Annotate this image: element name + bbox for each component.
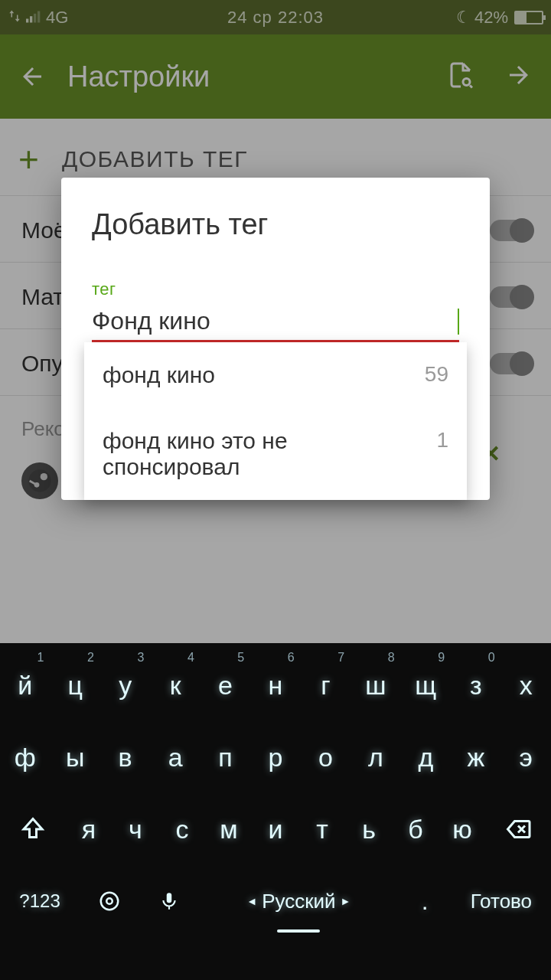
keyboard-row: фывапролджэ [0, 721, 551, 793]
keyboard-row: й1ц2у3к4е5н6г7ш8щ9з0х [0, 649, 551, 721]
key-ь[interactable]: ь [346, 793, 393, 865]
spacebar-key[interactable]: ◄ Русский ► [199, 865, 398, 937]
steam-icon [21, 462, 58, 499]
key-л[interactable]: л [350, 721, 400, 793]
key-р[interactable]: р [250, 721, 300, 793]
key-ы[interactable]: ы [50, 721, 99, 793]
tag-label: Опу [21, 351, 64, 377]
svg-point-8 [101, 893, 119, 910]
svg-point-6 [41, 473, 47, 480]
key-в[interactable]: в [100, 721, 150, 793]
done-key[interactable]: Готово [452, 865, 551, 937]
tag-label: Моё [21, 217, 67, 243]
key-ш[interactable]: ш8 [350, 649, 400, 721]
plus-icon: + [18, 142, 39, 177]
backspace-key[interactable] [486, 793, 551, 865]
svg-point-4 [463, 79, 470, 86]
document-search-icon[interactable] [447, 61, 474, 92]
text-cursor [458, 309, 459, 335]
battery-percent: 42% [474, 8, 508, 28]
forward-icon[interactable] [505, 61, 533, 92]
keyboard-row: ячсмитьбю [0, 793, 551, 865]
key-э[interactable]: э [501, 721, 551, 793]
key-о[interactable]: о [301, 721, 350, 793]
back-icon[interactable] [18, 63, 46, 90]
key-х[interactable]: х [501, 649, 551, 721]
toggle-switch[interactable] [490, 353, 533, 374]
period-key[interactable]: . [398, 865, 451, 937]
key-щ[interactable]: щ9 [401, 649, 451, 721]
key-м[interactable]: м [205, 793, 252, 865]
key-к[interactable]: к4 [150, 649, 200, 721]
svg-rect-3 [37, 11, 40, 22]
svg-point-9 [106, 898, 112, 904]
suggestion-count: 59 [425, 362, 448, 387]
tag-label: Мат [21, 284, 64, 310]
key-б[interactable]: б [393, 793, 439, 865]
data-arrows-icon [8, 8, 21, 28]
suggestion-text: фонд кино [103, 362, 215, 388]
add-tag-label: ДОБАВИТЬ ТЕГ [62, 146, 248, 172]
svg-point-5 [28, 469, 51, 492]
key-ч[interactable]: ч [112, 793, 158, 865]
settings-key[interactable] [80, 865, 139, 937]
key-ю[interactable]: ю [439, 793, 486, 865]
key-ж[interactable]: ж [451, 721, 500, 793]
suggestion-count: 1 [436, 428, 448, 452]
voice-key[interactable] [139, 865, 199, 937]
svg-rect-0 [26, 18, 28, 22]
symbols-key[interactable]: ?123 [0, 865, 80, 937]
battery-icon [514, 11, 543, 24]
status-datetime: 24 ср 22:03 [186, 8, 364, 28]
toggle-switch[interactable] [490, 286, 533, 308]
moon-icon: ☾ [456, 8, 471, 28]
key-й[interactable]: й1 [0, 649, 50, 721]
svg-rect-2 [34, 13, 36, 22]
network-label: 4G [46, 8, 68, 28]
signal-icon [26, 8, 41, 28]
key-я[interactable]: я [65, 793, 112, 865]
key-з[interactable]: з0 [451, 649, 500, 721]
statusbar: 4G 24 ср 22:03 ☾ 42% [0, 0, 551, 34]
appbar: Настройки [0, 34, 551, 119]
key-н[interactable]: н6 [250, 649, 300, 721]
key-г[interactable]: г7 [301, 649, 350, 721]
key-а[interactable]: а [150, 721, 200, 793]
spacebar-label: Русский [262, 890, 335, 913]
svg-rect-10 [167, 893, 172, 903]
key-ф[interactable]: ф [0, 721, 50, 793]
key-ц[interactable]: ц2 [50, 649, 99, 721]
key-и[interactable]: и [252, 793, 298, 865]
shift-key[interactable] [0, 793, 65, 865]
key-п[interactable]: п [201, 721, 250, 793]
key-е[interactable]: е5 [201, 649, 250, 721]
virtual-keyboard: й1ц2у3к4е5н6г7ш8щ9з0х фывапролджэ ячсмит… [0, 643, 551, 980]
suggestion-dropdown: фонд кино 59 фонд кино это не спонсирова… [84, 342, 467, 500]
key-с[interactable]: с [158, 793, 205, 865]
key-у[interactable]: у3 [100, 649, 150, 721]
svg-rect-1 [30, 16, 32, 22]
page-title: Настройки [67, 60, 447, 93]
suggestion-item[interactable]: фонд кино это не спонсировал 1 [84, 408, 467, 500]
add-tag-dialog: Добавить тег тег фонд кино 59 фонд кино … [61, 178, 490, 500]
key-д[interactable]: д [401, 721, 451, 793]
toggle-switch[interactable] [490, 220, 533, 241]
key-т[interactable]: т [299, 793, 346, 865]
suggestion-text: фонд кино это не спонсировал [103, 428, 378, 480]
tag-input[interactable] [92, 307, 459, 335]
dialog-title: Добавить тег [92, 208, 459, 241]
suggestion-item[interactable]: фонд кино 59 [84, 342, 467, 408]
keyboard-row: ?123 ◄ Русский ► . Готово [0, 865, 551, 937]
field-label: тег [92, 279, 459, 299]
